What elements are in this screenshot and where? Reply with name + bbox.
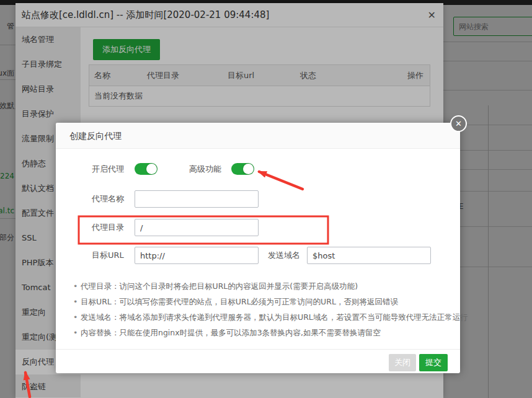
tip-item: 发送域名：将域名添加到请求头传递到代理服务器，默认为目标URL域名，若设置不当可…: [73, 309, 443, 325]
toggle-knob: [146, 164, 157, 174]
dialog-header: 创建反向代理: [56, 123, 460, 149]
advanced-feature-label: 高级功能: [189, 161, 221, 178]
proxy-dir-label: 代理目录: [92, 219, 124, 236]
help-tips-list: 代理目录：访问这个目录时将会把目标URL的内容返回并显示(需要开启高级功能)目标…: [73, 278, 443, 340]
dialog-close-button[interactable]: ✕: [450, 115, 467, 132]
proxy-name-input[interactable]: [135, 190, 259, 208]
close-icon: ✕: [455, 119, 462, 128]
create-proxy-dialog: ✕ 创建反向代理 开启代理 高级功能 代理名称 代理目录 目标URL 发送域名 …: [56, 123, 460, 373]
tip-item: 代理目录：访问这个目录时将会把目标URL的内容返回并显示(需要开启高级功能): [73, 278, 443, 294]
send-domain-input[interactable]: [307, 247, 431, 264]
submit-button[interactable]: 提交: [419, 354, 448, 371]
tip-item: 内容替换：只能在使用nginx时提供，最多可以添加3条替换内容,如果不需要替换请…: [73, 325, 443, 340]
toggle-knob: [243, 164, 254, 174]
target-url-input[interactable]: [135, 247, 259, 264]
advanced-feature-toggle[interactable]: [231, 163, 254, 175]
send-domain-label: 发送域名: [268, 247, 300, 264]
proxy-name-label: 代理名称: [92, 190, 124, 208]
target-url-label: 目标URL: [92, 247, 124, 264]
enable-proxy-label: 开启代理: [92, 161, 124, 178]
dialog-footer: 关闭 提交: [56, 349, 460, 373]
page-root: 管ux面效默224al.tc部分 E 站点修改[ce.ldldl.cn] -- …: [0, 0, 532, 398]
proxy-dir-input[interactable]: [135, 219, 259, 236]
tip-item: 目标URL：可以填写你需要代理的站点，目标URL必须为可正常访问的URL，否则将…: [73, 294, 443, 309]
close-button[interactable]: 关闭: [389, 354, 416, 371]
enable-proxy-toggle[interactable]: [135, 163, 157, 175]
dialog-title: 创建反向代理: [69, 131, 122, 141]
